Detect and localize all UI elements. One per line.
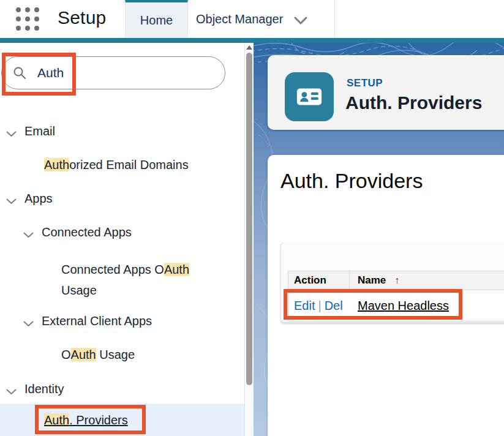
sidebar-item-authorized-email-domains[interactable]: Authorized Email Domains [44, 158, 189, 172]
sort-ascending-icon: ↑ [394, 275, 399, 286]
chevron-down-icon[interactable] [6, 196, 17, 207]
tab-home[interactable]: Home [125, 0, 188, 38]
row-name-cell: Maven Headless [350, 299, 449, 313]
quick-find-search[interactable] [1, 56, 225, 89]
sidebar-group-label: Email [24, 124, 55, 138]
chevron-down-icon [294, 13, 307, 28]
column-header-action: Action [288, 271, 350, 290]
sidebar-group-label: External Client Apps [42, 314, 152, 328]
sidebar-group-label: Apps [24, 192, 53, 206]
content-heading: Auth. Providers [280, 169, 423, 193]
header-divider-bar [0, 38, 504, 43]
page-title: Auth. Providers [345, 92, 482, 113]
setup-sidebar [0, 43, 244, 436]
chevron-down-icon[interactable] [23, 318, 34, 329]
edit-link[interactable]: Edit [294, 299, 315, 312]
sidebar-group-label: Connected Apps [42, 225, 132, 239]
sidebar-item-oauth-usage[interactable]: OAuth Usage [61, 348, 135, 362]
sidebar-group-label: Identity [24, 382, 64, 396]
column-header-name[interactable]: Name ↑ [350, 274, 399, 287]
setup-eyebrow-label: SETUP [347, 77, 383, 89]
tab-object-manager[interactable]: Object Manager [188, 0, 335, 38]
search-match-highlight: Auth [44, 158, 69, 171]
chevron-down-icon[interactable] [6, 386, 17, 397]
auth-providers-icon [285, 72, 334, 121]
sidebar-scrollbar-thumb[interactable] [246, 53, 252, 385]
provider-name-link[interactable]: Maven Headless [358, 299, 449, 312]
tab-object-manager-label: Object Manager [196, 12, 283, 26]
search-icon [13, 66, 26, 80]
sidebar-item-connected-apps-oauth-usage[interactable]: Connected Apps OAuth Usage [61, 259, 214, 301]
search-input[interactable] [36, 65, 204, 81]
del-link[interactable]: Del [325, 299, 343, 312]
auth-providers-table: Action Name ↑ Edit|Del Maven Headless [288, 271, 504, 321]
search-match-highlight: Auth [44, 413, 69, 427]
setup-window: Setup Home Object Manager Email Authoriz… [0, 0, 504, 436]
app-launcher-icon[interactable] [16, 7, 39, 31]
tab-home-label: Home [140, 13, 173, 28]
app-header: Setup Home Object Manager [0, 0, 504, 38]
chevron-down-icon[interactable] [23, 230, 34, 241]
table-row: Edit|Del Maven Headless [288, 290, 504, 321]
table-header-row: Action Name ↑ [288, 271, 504, 290]
search-match-highlight: Auth [164, 263, 189, 276]
row-actions-cell: Edit|Del [288, 299, 350, 313]
sidebar-item-auth-providers[interactable]: Auth. Providers [44, 413, 128, 427]
scrollbar-up-arrow-icon[interactable] [246, 45, 252, 50]
chevron-down-icon[interactable] [6, 129, 17, 140]
id-card-icon [295, 83, 323, 111]
action-separator: | [315, 299, 324, 312]
app-title: Setup [58, 7, 106, 28]
search-match-highlight: Auth [71, 348, 96, 361]
